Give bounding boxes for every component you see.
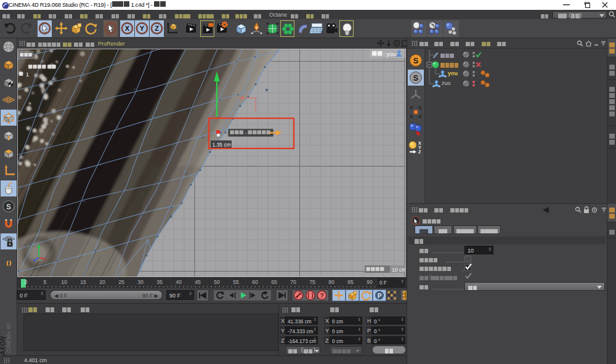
svg-text:: you: : you	[383, 51, 396, 57]
svg-text:S: S	[413, 74, 418, 83]
svg-text:-: -	[245, 130, 247, 136]
svg-text:Z: Z	[418, 150, 421, 154]
svg-text:X: X	[125, 25, 130, 32]
svg-text:1.35 cm: 1.35 cm	[213, 142, 231, 148]
svg-text:10 cm: 10 cm	[392, 267, 406, 273]
svg-text:?: ?	[320, 292, 324, 299]
svg-text:S: S	[6, 202, 11, 211]
svg-text:Y: Y	[140, 25, 145, 32]
svg-text:P: P	[378, 293, 382, 299]
svg-text:X: X	[418, 141, 421, 145]
svg-text:1: 1	[26, 71, 29, 78]
svg-text:S: S	[413, 57, 418, 65]
svg-text:Z: Z	[155, 25, 159, 32]
svg-text:Y: Y	[418, 145, 421, 150]
